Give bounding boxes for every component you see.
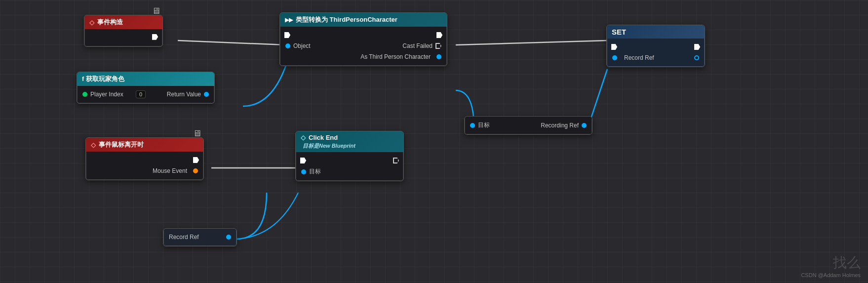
- click-end-title: Click End: [309, 134, 338, 141]
- set-exec-out[interactable]: [694, 44, 700, 50]
- mouse-event-label: Mouse Event: [153, 167, 187, 174]
- watermark-large: 找么: [801, 253, 861, 272]
- cast-title: 类型转换为 ThirdPersonCharacter: [296, 15, 397, 24]
- monitor-icon: 🖥: [152, 15, 160, 16]
- click-end-target-label: 目标: [309, 167, 321, 176]
- click-end-node: ◇ Click End 目标是New Blueprint 目标: [295, 131, 404, 181]
- set-record-ref-label: Record Ref: [620, 54, 691, 61]
- click-end-header: ◇ Click End 目标是New Blueprint: [296, 131, 403, 152]
- recording-ref-pin[interactable]: [582, 123, 587, 128]
- set-exec-in[interactable]: [611, 44, 617, 50]
- cast-failed-label: Cast Failed: [402, 42, 433, 49]
- cast-to-third-node: ▶▶ 类型转换为 ThirdPersonCharacter Object Cas…: [279, 12, 447, 66]
- click-end-target-pin[interactable]: [301, 169, 306, 174]
- recording-ref-label: Recording Ref: [541, 122, 579, 129]
- event-construct-node: ◇ 事件构造 🖥: [84, 15, 163, 47]
- event-construct-title: 事件构造: [97, 18, 123, 27]
- set-record-node: SET Record Ref: [606, 25, 705, 67]
- event-mouse-leave-node: ◇ 事件鼠标离开时 🖥 Mouse Event: [85, 137, 204, 180]
- recording-ref-node: 目标 Recording Ref: [464, 116, 592, 135]
- as-third-pin[interactable]: [436, 54, 441, 59]
- set-header: SET: [607, 25, 705, 39]
- set-record-ref-pin-in[interactable]: [612, 55, 617, 60]
- player-index-label: Player Index: [90, 91, 133, 98]
- get-player-title: f 获取玩家角色: [82, 75, 124, 83]
- cast-exec-in[interactable]: [284, 32, 290, 38]
- mouse-exec-out[interactable]: [193, 157, 199, 163]
- click-end-subtitle: 目标是New Blueprint: [301, 142, 355, 150]
- set-record-ref-pin-out[interactable]: [694, 55, 699, 60]
- return-value-pin[interactable]: [204, 92, 209, 97]
- mouse-event-pin[interactable]: [193, 168, 198, 173]
- event-construct-icon: ◇: [89, 19, 94, 26]
- mouse-leave-icon: ◇: [91, 141, 96, 149]
- cast-exec-out[interactable]: [436, 32, 442, 38]
- get-player-header: f 获取玩家角色: [77, 72, 214, 86]
- cast-object-pin[interactable]: [285, 43, 290, 48]
- cast-failed-pin[interactable]: [435, 43, 441, 49]
- click-end-icon: ◇: [301, 134, 306, 141]
- record-ref-var-pin[interactable]: [226, 235, 231, 240]
- as-third-label: As Third Person Character: [360, 53, 431, 60]
- click-end-exec-out[interactable]: [393, 158, 399, 163]
- click-end-exec-in[interactable]: [300, 158, 306, 163]
- record-ref-var-label: Record Ref: [169, 234, 199, 241]
- exec-out-pin[interactable]: [152, 34, 158, 40]
- set-title: SET: [612, 28, 626, 36]
- record-ref-var-node: Record Ref: [163, 228, 237, 246]
- cast-header: ▶▶ 类型转换为 ThirdPersonCharacter: [280, 13, 447, 27]
- get-player-node: f 获取玩家角色 Player Index 0 Return Value: [77, 72, 215, 104]
- player-index-value[interactable]: 0: [136, 90, 146, 98]
- event-construct-header: ◇ 事件构造: [84, 15, 162, 29]
- player-index-pin[interactable]: [82, 92, 87, 97]
- cast-object-label: Object: [293, 42, 311, 49]
- mouse-leave-title: 事件鼠标离开时: [99, 140, 144, 149]
- watermark-text: CSDN @Addam Holmes: [801, 272, 861, 278]
- return-value-label: Return Value: [158, 91, 201, 98]
- mouse-leave-header: ◇ 事件鼠标离开时: [86, 138, 203, 152]
- target-label: 目标: [478, 121, 490, 129]
- cast-icon: ▶▶: [285, 17, 293, 23]
- monitor-icon-2: 🖥: [193, 137, 201, 139]
- target-pin[interactable]: [470, 123, 475, 128]
